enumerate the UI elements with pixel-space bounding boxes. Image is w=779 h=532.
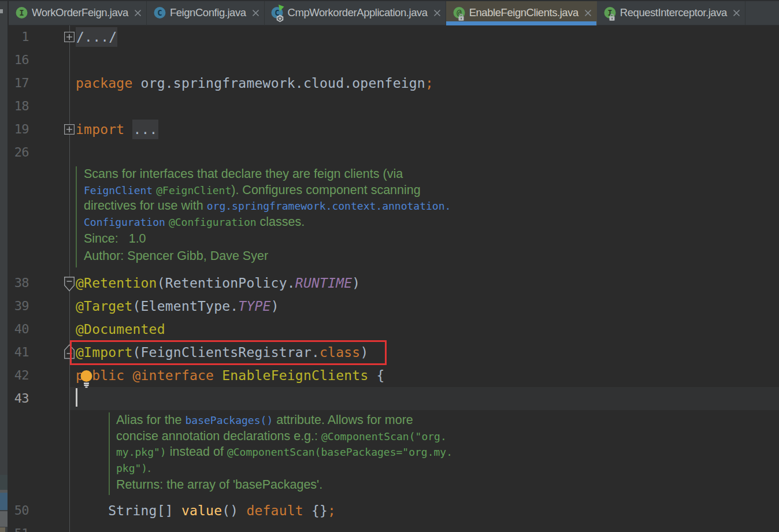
javadoc-text: Since: 1.0 xyxy=(84,232,146,245)
intention-bulb-icon[interactable] xyxy=(80,370,94,392)
line-number: 40 xyxy=(9,318,29,341)
token-kw: package xyxy=(76,76,132,91)
javadoc-text: concise annotation declarations e.g.: xyxy=(116,429,321,443)
javadoc-line: Configuration @Configuration classes. xyxy=(84,214,305,230)
javadoc-text: my.pkg") xyxy=(116,446,166,458)
javadoc-link[interactable]: FeignClient xyxy=(84,184,153,196)
javadoc-text: . xyxy=(147,461,151,475)
project-toolwindow-sliver[interactable] xyxy=(0,0,8,532)
javadoc-link[interactable]: basePackages() xyxy=(186,414,273,426)
token-ann: @Documented xyxy=(76,322,165,337)
tab-close-icon[interactable] xyxy=(732,8,741,18)
javadoc-text: @ComponentScan(basePackages="org.my. xyxy=(227,446,452,458)
editor-tab-bar: IWorkOrderFeign.javaCFeignConfig.javaCCm… xyxy=(9,0,779,25)
line-number: 26 xyxy=(9,141,29,164)
line-number: 19 xyxy=(9,118,29,141)
fold-expand-icon[interactable] xyxy=(64,32,75,44)
code-line-50[interactable]: 50 String[] value() default {}; xyxy=(9,499,779,522)
line-number: 18 xyxy=(9,95,29,118)
line-number: 43 xyxy=(9,387,29,410)
code-editor[interactable]: 1/.../1617package org.springframework.cl… xyxy=(9,25,779,532)
javadoc-line: Scans for interfaces that declare they a… xyxy=(84,166,403,183)
tab-filename: CmpWorkorderApplication.java xyxy=(288,6,428,19)
javadoc-text: instead of xyxy=(166,445,227,459)
code-line-17[interactable]: 17package org.springframework.cloud.open… xyxy=(9,72,779,95)
tab-close-icon[interactable] xyxy=(133,8,143,18)
code-line-16[interactable]: 16 xyxy=(9,49,779,72)
token-kw: default xyxy=(246,503,303,518)
javadoc-text: @Configuration xyxy=(169,216,257,228)
token-semi: ; xyxy=(328,503,336,518)
project-tree-icon-fragment xyxy=(0,511,8,527)
javadoc-text: directives for use with xyxy=(84,199,207,213)
toolwindow-stripe-icon xyxy=(0,9,3,13)
token-ann: @Retention xyxy=(76,276,157,291)
springboot-class-icon: C xyxy=(272,4,284,21)
editor-tab-FeignConfig[interactable]: CFeignConfig.java xyxy=(147,0,265,25)
code-line-26[interactable]: 26 xyxy=(9,141,779,164)
javadoc-text: pkg") xyxy=(116,462,147,474)
code-line-51[interactable]: 51 xyxy=(9,522,779,532)
javadoc-line: pkg"). xyxy=(116,460,151,477)
text-caret xyxy=(76,388,77,407)
token-plain xyxy=(124,368,132,383)
code-line-43[interactable]: 43 xyxy=(9,387,779,410)
token-semi: ; xyxy=(425,76,433,91)
javadoc-link[interactable]: Configuration xyxy=(84,216,165,228)
javadoc-text: Author: Spencer Gibb, Dave Syer xyxy=(84,249,268,263)
token-method: value xyxy=(181,503,222,518)
editor-tab-RequestInterceptor[interactable]: IRequestInterceptor.java xyxy=(597,0,745,25)
annotation-icon: @ xyxy=(453,4,465,21)
javadoc-line: Since: 1.0 xyxy=(84,230,146,247)
line-number: 16 xyxy=(9,49,29,72)
tab-close-icon[interactable] xyxy=(251,8,261,18)
folded-region[interactable]: ... xyxy=(132,120,158,139)
line-number: 50 xyxy=(9,499,29,522)
fold-collapse-start-icon[interactable] xyxy=(64,277,75,294)
tab-close-icon[interactable] xyxy=(432,8,442,18)
token-plain: org.springframework.cloud.openfeign xyxy=(132,76,425,91)
token-plain xyxy=(214,368,222,383)
folded-region[interactable]: /.../ xyxy=(76,27,117,47)
code-line-39[interactable]: 39@Target(ElementType.TYPE) xyxy=(9,295,779,318)
fold-expand-icon[interactable] xyxy=(64,124,75,137)
token-plain: String[] xyxy=(76,503,181,518)
javadoc-link[interactable]: org.springframework.context.annotation. xyxy=(207,200,451,212)
code-line-42[interactable]: 42public @interface EnableFeignClients { xyxy=(9,364,779,387)
tab-filename: WorkOrderFeign.java xyxy=(32,6,128,19)
code-line-18[interactable]: 18 xyxy=(9,95,779,118)
tab-filename: RequestInterceptor.java xyxy=(620,6,727,19)
class-icon: C xyxy=(154,4,166,21)
token-kw: @interface xyxy=(132,368,214,383)
tab-close-icon[interactable] xyxy=(583,8,593,18)
code-text: public @interface EnableFeignClients { xyxy=(76,364,385,387)
code-line-19[interactable]: 19import ... xyxy=(9,118,779,141)
token-classname: EnableFeignClients xyxy=(222,368,368,383)
line-number: 1 xyxy=(9,25,29,49)
token-plain: { xyxy=(368,368,384,383)
ide-window: IWorkOrderFeign.javaCFeignConfig.javaCCm… xyxy=(0,0,779,532)
editor-tab-WorkOrderFeign[interactable]: IWorkOrderFeign.java xyxy=(9,0,147,25)
line-number: 41 xyxy=(9,341,29,364)
tab-filename: EnableFeignClients.java xyxy=(469,6,578,19)
editor-tab-EnableFeignClients[interactable]: @EnableFeignClients.java xyxy=(446,0,597,25)
project-tree-icon-fragment xyxy=(0,527,5,532)
red-highlight-box xyxy=(70,340,387,365)
code-text: String[] value() default {}; xyxy=(76,499,336,522)
line-number: 17 xyxy=(9,72,29,95)
javadoc-line: concise annotation declarations e.g.: @C… xyxy=(116,429,447,445)
javadoc-line: Returns: the array of 'basePackages'. xyxy=(116,476,322,493)
code-line-40[interactable]: 40@Documented xyxy=(9,318,779,341)
token-kw: import xyxy=(76,122,124,137)
javadoc-text: ). Configures component scanning xyxy=(231,183,420,197)
code-line-1[interactable]: 1/.../ xyxy=(9,25,779,49)
project-tree-icon-fragment xyxy=(0,475,8,490)
svg-text:I: I xyxy=(607,8,612,17)
javadoc-text: Scans for interfaces that declare they a… xyxy=(84,167,403,181)
token-plain: {} xyxy=(303,503,328,518)
code-line-38[interactable]: 38@Retention(RetentionPolicy.RUNTIME) xyxy=(9,271,779,295)
javadoc-text: @ComponentScan("org. xyxy=(321,430,447,442)
editor-tab-CmpWorkorderApplication[interactable]: CCmpWorkorderApplication.java xyxy=(265,0,446,25)
token-static: RUNTIME xyxy=(295,276,352,291)
javadoc-line: directives for use with org.springframew… xyxy=(84,198,451,214)
